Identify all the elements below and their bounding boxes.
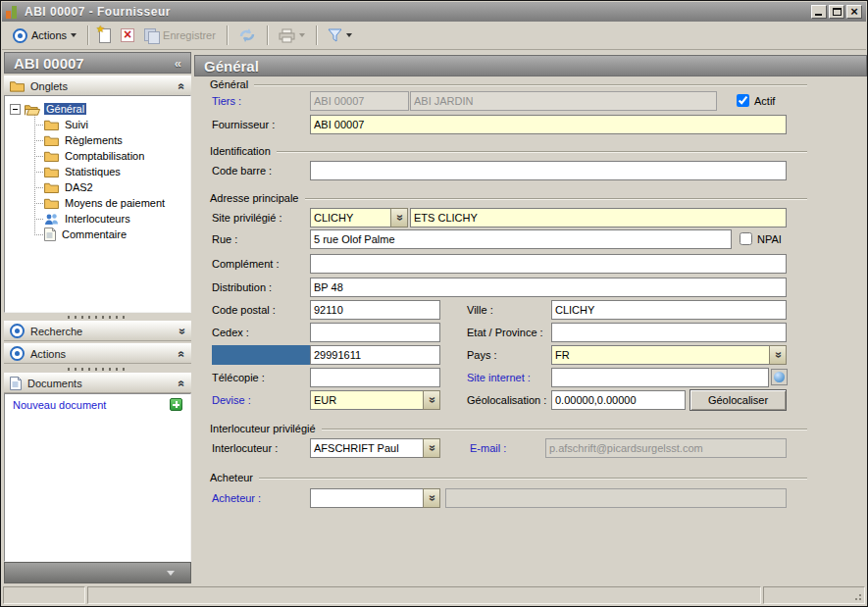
telephone-field[interactable] [310,345,440,365]
chevron-up-icon [179,377,185,390]
cedex-label: Cedex : [212,323,249,342]
maximize-button[interactable] [829,5,844,19]
arrow-down-icon [167,571,175,580]
open-website-button[interactable] [771,369,788,385]
complement-field[interactable] [310,254,787,274]
dropdown-arrow-icon [346,33,352,40]
devise-dropdown-button[interactable] [423,390,440,410]
open-folder-icon [25,103,40,116]
pays-combo[interactable] [551,345,787,365]
tree-item-das2[interactable]: DAS2 [44,179,95,195]
devise-label[interactable]: Devise : [212,390,251,410]
dropdown-arrow-icon [71,33,77,40]
splitter-dots-icon [68,316,128,319]
delete-button[interactable] [116,25,139,46]
email-label[interactable]: E-mail : [470,438,506,458]
tree-item-general[interactable]: Général [10,101,86,117]
collapse-sidebar-icon[interactable] [175,56,181,71]
new-button[interactable] [94,25,116,46]
resize-grip[interactable] [852,591,862,601]
geolocaliser-button[interactable]: Géolocaliser [689,389,787,411]
rue-field[interactable] [310,229,732,249]
fournisseur-field[interactable] [310,115,787,134]
interlocuteur-dropdown-button[interactable] [423,438,440,458]
sidebar: ABI 00007 Onglets Général [4,52,191,583]
refresh-button[interactable] [233,25,261,46]
tree-item-comptabilisation[interactable]: Comptabilisation [44,148,146,164]
tree-item-suivi[interactable]: Suivi [44,117,90,132]
section-header-onglets[interactable]: Onglets [4,76,191,96]
pays-dropdown-button[interactable] [769,345,787,365]
tree-item-interlocuteurs[interactable]: Interlocuteurs [44,211,132,227]
sidebar-title: ABI 00007 [14,55,84,72]
save-button[interactable]: Enregistrer [139,25,221,46]
code-barre-label: Code barre : [212,161,272,180]
tree-connector [34,125,43,126]
page-title-bar: Général [194,55,867,76]
telephone-label-highlighted[interactable] [212,345,310,365]
app-icon [6,6,19,19]
filter-button[interactable] [323,25,357,46]
complement-label: Complément : [212,254,279,274]
save-label: Enregistrer [163,29,216,41]
distribution-field[interactable] [310,278,787,297]
tree-connector [34,203,43,204]
target-icon [10,346,25,361]
sidebar-bottom-bar[interactable] [4,562,191,583]
tree-item-statistiques[interactable]: Statistiques [44,164,123,179]
status-cell [3,586,85,604]
group-header-adresse: Adresse principale [210,191,807,205]
telecopie-field[interactable] [310,368,440,387]
tree-item-moyens-de-paiement[interactable]: Moyens de paiement [44,195,167,211]
site-internet-field[interactable] [551,368,769,387]
section-label: Recherche [30,326,82,337]
section-header-actions[interactable]: Actions [4,343,191,364]
minimize-button[interactable] [811,5,827,19]
cedex-field[interactable] [310,323,440,342]
group-header-interlocuteur: Interlocuteur privilégié [210,422,807,435]
site-name-field[interactable] [410,208,787,228]
site-internet-label[interactable]: Site internet : [467,368,531,387]
status-cell [763,586,865,604]
devise-combo[interactable] [310,390,440,410]
chevron-down-icon [429,441,435,455]
tiers-name-field [410,91,717,111]
section-header-recherche[interactable]: Recherche [4,321,191,341]
splitter-handle[interactable] [4,313,191,321]
nouveau-document-link[interactable]: Nouveau document [13,399,106,411]
acheteur-combo[interactable] [310,488,440,508]
tree-item-label: Statistiques [63,166,123,177]
acheteur-dropdown-button[interactable] [423,488,440,508]
tree-connector [34,234,43,235]
tree-connector [34,140,43,141]
npai-checkbox[interactable] [740,232,752,245]
interlocuteur-combo[interactable] [310,438,440,458]
actif-checkbox[interactable] [737,94,749,107]
actions-menu-button[interactable]: Actions [8,25,81,46]
group-title: Adresse principale [210,192,299,204]
geolocalisation-field[interactable] [551,390,686,410]
group-title: Acheteur [210,472,253,483]
splitter-handle[interactable] [4,365,191,373]
npai-label: NPAI [757,229,782,249]
add-document-button[interactable] [170,398,182,411]
group-header-identification: Identification [210,144,807,158]
code-postal-field[interactable] [310,300,440,320]
collapse-node-icon[interactable] [10,104,21,115]
tree-item-label: Commentaire [60,228,128,240]
tiers-label[interactable]: Tiers : [212,91,241,111]
close-button[interactable] [846,5,862,19]
tree-item-label: Règlements [63,134,125,146]
code-barre-field[interactable] [310,161,787,180]
save-icon [144,28,159,42]
print-button[interactable] [274,25,310,46]
group-line [322,429,807,430]
section-header-documents[interactable]: Documents [4,373,191,393]
site-privilegie-dropdown-button[interactable] [390,208,408,228]
etat-province-field[interactable] [551,323,787,342]
ville-field[interactable] [551,300,787,320]
tree-item-label: DAS2 [63,181,95,193]
acheteur-label[interactable]: Acheteur : [212,488,261,508]
tree-item-reglements[interactable]: Règlements [44,132,125,148]
tree-item-commentaire[interactable]: Commentaire [44,227,128,242]
